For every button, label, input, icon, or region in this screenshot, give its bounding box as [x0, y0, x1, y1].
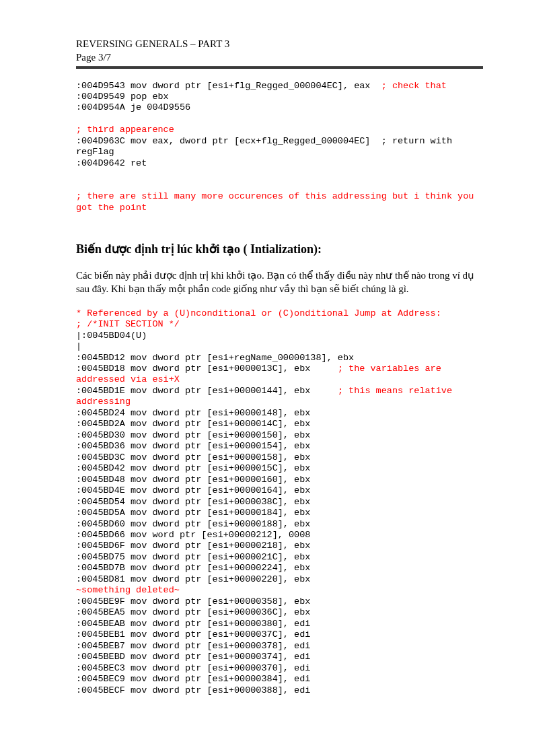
code-comment: * Referenced by a (U)nconditional or (C)… [76, 308, 441, 318]
code-line: :004D9549 pop ebx [76, 92, 169, 102]
code-line: :0045BD42 mov dword ptr [esi+0000015C], … [76, 463, 310, 473]
code-line: :0045BD5A mov dword ptr [esi+00000184], … [76, 508, 310, 518]
code-line: :0045BD54 mov dword ptr [esi+0000038C], … [76, 497, 310, 507]
code-line: :0045BEBD mov dword ptr [esi+00000374], … [76, 652, 310, 662]
code-line: :0045BD7B mov dword ptr [esi+00000224], … [76, 563, 310, 573]
code-line: :0045BD30 mov dword ptr [esi+00000150], … [76, 430, 310, 440]
code-line: :0045BD1E mov dword ptr [esi+00000144], … [76, 386, 338, 396]
code-line: :0045BD12 mov dword ptr [esi+regName_000… [76, 353, 354, 363]
code-line: :0045BEC9 mov dword ptr [esi+00000384], … [76, 674, 310, 684]
code-line: :0045BD4E mov dword ptr [esi+00000164], … [76, 485, 310, 495]
code-line: :0045BD81 mov dword ptr [esi+00000220], … [76, 574, 310, 584]
code-line: :004D963C mov eax, dword ptr [ecx+flg_Re… [76, 136, 458, 157]
code-line: :0045BEB7 mov dword ptr [esi+00000378], … [76, 641, 310, 651]
code-line: :0045BEC3 mov dword ptr [esi+00000370], … [76, 663, 310, 673]
page-header: REVERSING GENERALS – PART 3 Page 3/7 [76, 37, 483, 65]
code-line: :0045BD6F mov dword ptr [esi+00000218], … [76, 541, 310, 551]
code-block-1: :004D9543 mov dword ptr [esi+flg_Regged_… [76, 81, 483, 214]
code-line: :0045BD60 mov dword ptr [esi+00000188], … [76, 519, 310, 529]
code-line: :004D954A je 004D9556 [76, 102, 190, 112]
header-rule [76, 66, 483, 69]
code-line: :004D9642 ret [76, 158, 147, 168]
code-line: :0045BD3C mov dword ptr [esi+00000158], … [76, 452, 310, 462]
code-comment: ; third appearence [76, 125, 174, 135]
code-line: :0045BE9F mov dword ptr [esi+00000358], … [76, 596, 310, 607]
code-line: :0045BD24 mov dword ptr [esi+00000148], … [76, 408, 310, 418]
code-line: :004D9543 mov dword ptr [esi+flg_Regged_… [76, 81, 381, 91]
body-paragraph: Các biến này phải được định trị khi khởi… [76, 269, 483, 296]
code-line: :0045BD66 mov word ptr [esi+00000212], 0… [76, 530, 310, 540]
code-comment: ; there are still many more occurences o… [76, 191, 480, 212]
code-line: :0045BD75 mov dword ptr [esi+0000021C], … [76, 552, 310, 562]
code-line: :0045BEA5 mov dword ptr [esi+0000036C], … [76, 607, 310, 617]
code-comment: ~something deleted~ [76, 585, 180, 595]
code-comment: ; /*INIT SECTION */ [76, 319, 180, 329]
code-line: :0045BEAB mov dword ptr [esi+00000380], … [76, 619, 310, 629]
code-line: |:0045BD04(U) [76, 331, 147, 341]
code-line: :0045BD36 mov dword ptr [esi+00000154], … [76, 441, 310, 451]
code-line: :0045BEB1 mov dword ptr [esi+0000037C], … [76, 629, 310, 640]
code-line: :0045BD2A mov dword ptr [esi+0000014C], … [76, 419, 310, 429]
code-line: :0045BD18 mov dword ptr [esi+0000013C], … [76, 364, 338, 374]
code-comment: ; check that [381, 81, 447, 91]
section-heading: Biến được định trị lúc khởi tạo ( Intial… [76, 242, 483, 256]
code-line: | [76, 341, 81, 351]
page-number: Page 3/7 [76, 50, 483, 64]
code-block-2: * Referenced by a (U)nconditional or (C)… [76, 308, 483, 696]
code-line: :0045BD48 mov dword ptr [esi+00000160], … [76, 475, 310, 485]
code-line: :0045BECF mov dword ptr [esi+00000388], … [76, 685, 310, 695]
doc-title: REVERSING GENERALS – PART 3 [76, 37, 483, 50]
